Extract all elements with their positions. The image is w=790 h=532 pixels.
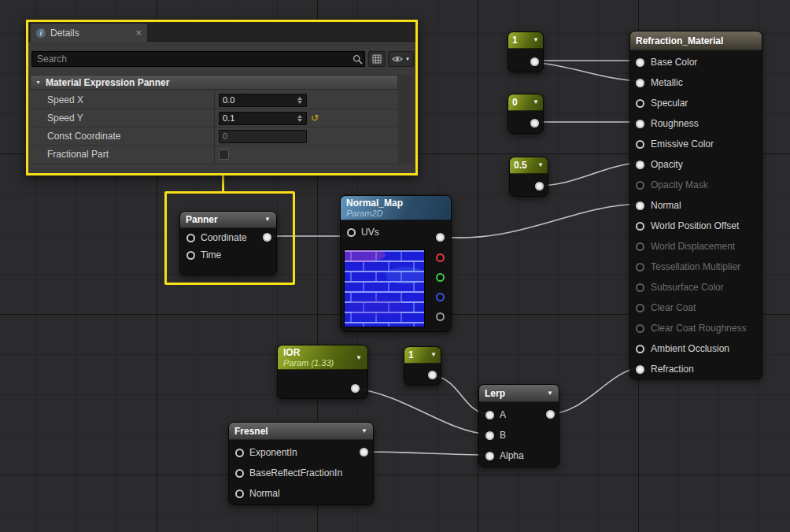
blue-channel-output-pin[interactable] — [436, 293, 445, 301]
chevron-down-icon[interactable]: ▼ — [533, 37, 539, 43]
fractional-part-checkbox[interactable] — [219, 150, 229, 160]
close-icon[interactable]: × — [135, 28, 142, 38]
normal-map-texture-preview — [344, 249, 425, 327]
chevron-down-icon[interactable]: ▼ — [264, 216, 271, 223]
fresnel-basereflect-input-pin[interactable] — [235, 469, 244, 478]
wire-fresnel-to-lerp-alpha — [363, 452, 488, 455]
normal-input-pin[interactable] — [636, 201, 644, 210]
metallic-input-pin[interactable] — [636, 79, 644, 87]
constant-zero-output-pin[interactable] — [530, 119, 539, 127]
highlight-connector-line — [222, 175, 224, 191]
const-coordinate-value: 0 — [223, 131, 227, 141]
wire-ior-to-lerp-b — [354, 388, 488, 434]
material-input-label: Opacity Mask — [651, 179, 708, 190]
lerp-alpha-input-pin[interactable] — [485, 452, 494, 460]
chevron-down-icon[interactable]: ▼ — [533, 99, 539, 105]
scrollbar-gutter[interactable] — [398, 75, 414, 164]
rgb-output-pin[interactable] — [436, 233, 445, 242]
search-input[interactable] — [31, 51, 365, 67]
coordinate-pin-label: Coordinate — [201, 232, 247, 243]
opacity-mask-input-pin — [636, 181, 644, 190]
details-panel: i Details × ▼ ▼ Material Expression Pann… — [26, 20, 418, 175]
constant-one-lerp-value: 1 — [408, 349, 414, 360]
alpha-channel-output-pin[interactable] — [436, 312, 445, 321]
fresnel-basereflect-label: BaseReflectFractionIn — [249, 467, 342, 478]
normal-map-node-subtitle: Param2D — [346, 209, 445, 219]
constant-one-output-pin[interactable] — [530, 57, 539, 66]
material-input-label: Subsurface Color — [651, 282, 724, 293]
fresnel-normal-label: Normal — [249, 488, 280, 499]
speed-x-field[interactable]: 0.0 — [219, 94, 307, 107]
constant-half-node[interactable]: 0.5 ▼ — [509, 157, 548, 197]
chevron-down-icon[interactable]: ▼ — [356, 355, 362, 361]
constant-half-value: 0.5 — [514, 160, 527, 171]
opacity-input-pin[interactable] — [636, 161, 644, 169]
lerp-b-input-pin[interactable] — [485, 431, 494, 440]
details-tab-icon: i — [36, 28, 46, 38]
fresnel-output-pin[interactable] — [360, 448, 368, 456]
chevron-down-icon[interactable]: ▼ — [430, 352, 437, 358]
material-node-title: Refraction_Material — [636, 35, 723, 46]
normal-map-node[interactable]: Normal_Map Param2D UVs — [340, 195, 452, 332]
constant-one-lerp-output-pin[interactable] — [428, 371, 437, 379]
roughness-input-pin[interactable] — [636, 120, 644, 128]
speed-x-value: 0.0 — [223, 95, 234, 105]
lerp-output-pin[interactable] — [546, 410, 555, 419]
uvs-input-pin[interactable] — [347, 228, 356, 237]
emissive-color-input-pin[interactable] — [636, 140, 644, 149]
wire-const1-to-metallic — [533, 62, 639, 81]
wire-lerp-to-refraction — [548, 368, 639, 414]
red-channel-output-pin[interactable] — [436, 253, 445, 262]
property-label: Speed Y — [47, 113, 83, 124]
fresnel-node[interactable]: Fresnel ▼ ExponentIn BaseReflectFraction… — [228, 422, 374, 505]
lerp-a-input-pin[interactable] — [485, 411, 494, 419]
material-input-label: Normal — [651, 200, 681, 211]
const-coordinate-field[interactable]: 0 — [219, 130, 307, 143]
base-color-input-pin[interactable] — [636, 58, 644, 67]
speed-y-field[interactable]: 0.1 — [219, 112, 307, 125]
ior-output-pin[interactable] — [351, 384, 360, 393]
view-options-button[interactable]: ▼ — [388, 51, 414, 67]
reset-to-default-icon[interactable]: ↺ — [311, 113, 319, 123]
fresnel-normal-input-pin[interactable] — [235, 490, 244, 498]
constant-one-node[interactable]: 1 ▼ — [508, 31, 544, 72]
material-graph-canvas[interactable]: Panner ▼ Coordinate Time Normal_Map Para… — [0, 0, 790, 532]
expand-arrow-icon: ▼ — [35, 79, 41, 85]
panner-output-pin[interactable] — [263, 233, 271, 242]
lerp-a-label: A — [500, 409, 506, 420]
time-input-pin[interactable] — [186, 251, 195, 260]
chevron-down-icon[interactable]: ▼ — [537, 162, 544, 168]
constant-one-lerp-node[interactable]: 1 ▼ — [404, 346, 441, 386]
lerp-b-label: B — [500, 430, 506, 441]
speed-y-value: 0.1 — [223, 113, 234, 123]
specular-input-pin[interactable] — [636, 99, 644, 108]
fresnel-exponentin-label: ExponentIn — [249, 447, 297, 458]
material-input-label: World Position Offset — [651, 220, 739, 231]
material-input-label: Roughness — [651, 118, 699, 129]
constant-one-value: 1 — [512, 35, 518, 46]
constant-zero-node[interactable]: 0 ▼ — [508, 94, 544, 134]
details-tab[interactable]: i Details × — [31, 24, 147, 42]
panner-node[interactable]: Panner ▼ Coordinate Time — [179, 211, 277, 275]
ambient-occlusion-input-pin[interactable] — [636, 345, 644, 353]
material-input-label: Opacity — [651, 159, 683, 170]
refraction-input-pin[interactable] — [636, 365, 644, 374]
ior-param-node[interactable]: IOR Param (1.33) ▼ — [277, 345, 368, 399]
coordinate-input-pin[interactable] — [186, 234, 195, 242]
green-channel-output-pin[interactable] — [436, 273, 445, 282]
material-input-label: Ambient Occlusion — [651, 343, 729, 354]
material-input-label: Emissive Color — [651, 139, 714, 150]
section-header-material-expression-panner[interactable]: ▼ Material Expression Panner — [30, 75, 398, 90]
spinner-icon[interactable] — [297, 97, 303, 104]
material-input-label: Clear Coat — [651, 302, 696, 313]
chevron-down-icon[interactable]: ▼ — [361, 428, 367, 434]
property-label: Fractional Part — [47, 149, 109, 160]
property-matrix-button[interactable] — [368, 51, 386, 67]
constant-half-output-pin[interactable] — [535, 182, 544, 190]
spinner-icon[interactable] — [297, 115, 303, 122]
refraction-material-node[interactable]: Refraction_Material Base Color Metallic … — [629, 31, 762, 379]
world-position-offset-input-pin[interactable] — [636, 222, 644, 231]
lerp-node[interactable]: Lerp ▼ A B Alpha — [478, 384, 559, 467]
fresnel-exponentin-input-pin[interactable] — [235, 449, 244, 457]
chevron-down-icon[interactable]: ▼ — [547, 390, 553, 397]
